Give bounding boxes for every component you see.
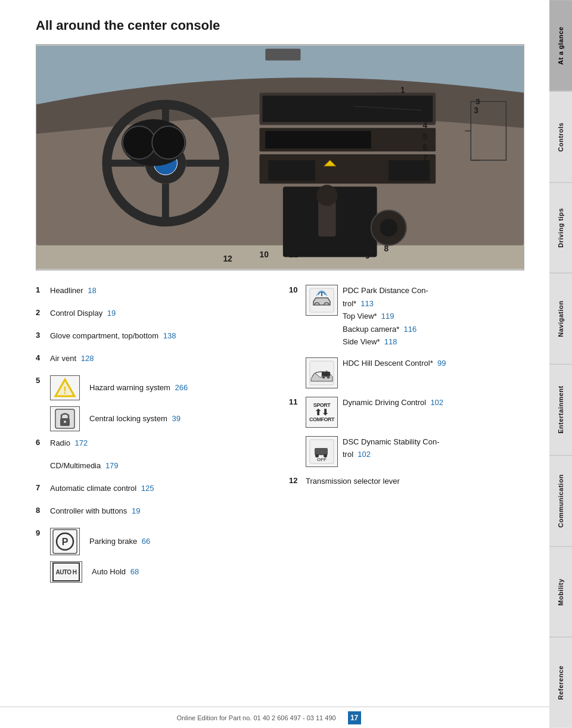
svg-text:3: 3 [474, 106, 478, 115]
right-sidebar: At a glance Controls Driving tips Naviga… [549, 0, 572, 728]
sub-text-line: DSC Dynamic Stability Con- [343, 436, 524, 448]
main-content: All around the center console [0, 0, 548, 612]
item-text-area: HDC Hill Descent Control* 99 [343, 357, 524, 371]
right-item-block: 11 SPORT ⬆⬇ COMFORT Dynamic Driving Cont… [289, 397, 524, 428]
svg-text:4: 4 [422, 121, 427, 130]
sub-text-line: Dynamic Driving Control 102 [343, 397, 443, 409]
item-number: 4 [36, 353, 50, 362]
right-item-block: 10 [289, 285, 524, 349]
list-item: 5 ! Hazard warning system 266 [36, 375, 271, 400]
svg-text:7: 7 [422, 154, 427, 163]
svg-point-58 [322, 375, 325, 378]
svg-rect-16 [265, 131, 371, 149]
svg-text:9: 9 [365, 251, 370, 260]
svg-text:!: ! [63, 385, 66, 396]
sidebar-tab-communication[interactable]: Communication [549, 455, 572, 546]
svg-point-12 [152, 126, 185, 159]
item-text: Headliner 18 [50, 285, 271, 297]
svg-text:8: 8 [384, 244, 388, 253]
hazard-warning-icon: ! [50, 375, 80, 400]
sport-label: SPORT [313, 402, 331, 408]
item-number: 9 [36, 528, 50, 537]
central-locking-icon [50, 406, 80, 431]
comfort-label: COMFORT [309, 416, 334, 422]
svg-text:P: P [62, 537, 69, 547]
item-number: 10 [289, 285, 306, 294]
sub-text-line: PDC Park Distance Con- [343, 285, 428, 297]
list-item: 7 Automatic climate control 125 [36, 483, 271, 499]
list-item: 1 Headliner 18 [36, 285, 271, 301]
sport-comfort-icon: SPORT ⬆⬇ COMFORT [306, 397, 338, 428]
svg-text:5: 5 [422, 132, 427, 141]
item-number: 7 [36, 483, 50, 492]
item-text-area: DSC Dynamic Stability Con- trol 102 [343, 436, 524, 462]
sidebar-tab-controls[interactable]: Controls [549, 91, 572, 182]
sub-text-line: Backup camera* 116 [343, 323, 428, 335]
item-text: Automatic climate control 125 [50, 483, 271, 494]
item-text: Control Display 19 [50, 307, 271, 319]
svg-point-23 [316, 185, 337, 206]
svg-point-11 [123, 126, 156, 159]
list-item: 12 Transmission selector lever [289, 475, 524, 489]
svg-point-59 [327, 375, 330, 378]
sub-text-line: trol* 113 [343, 298, 428, 310]
right-item-block: 12 Transmission selector lever [289, 475, 524, 489]
svg-text:12: 12 [223, 254, 232, 263]
sidebar-tab-navigation[interactable]: Navigation [549, 273, 572, 364]
list-item: CD/Multimedia 179 [50, 460, 271, 477]
list-item: 6 Radio 172 [36, 437, 271, 454]
parking-brake-icon: P [50, 528, 80, 555]
dsc-off-icon: OFF [306, 436, 338, 467]
item-text: Air vent 128 [50, 353, 271, 365]
sidebar-tab-reference[interactable]: Reference [549, 637, 572, 728]
sub-text-line: Side View* 118 [343, 336, 428, 348]
item-text-area: Transmission selector lever [306, 475, 524, 489]
svg-text:11: 11 [289, 250, 299, 259]
right-column: 10 [289, 285, 524, 589]
list-item: 4 Air vent 128 [36, 353, 271, 369]
item-text: Radio 172 [50, 437, 271, 449]
item-number: 5 [36, 375, 50, 385]
list-item: 8 Controller with buttons 19 [36, 505, 271, 522]
svg-rect-14 [262, 96, 433, 122]
sub-text-line: HDC Hill Descent Control* 99 [343, 357, 524, 369]
svg-text:OFF: OFF [317, 457, 327, 462]
item-text: CD/Multimedia 179 [50, 460, 271, 472]
svg-text:3: 3 [475, 97, 480, 106]
svg-text:1: 1 [400, 86, 405, 95]
list-item: 11 SPORT ⬆⬇ COMFORT Dynamic Driving Cont… [289, 397, 524, 428]
item-number: 6 [36, 437, 50, 447]
sidebar-tab-at-a-glance[interactable]: At a glance [549, 0, 572, 91]
svg-point-25 [380, 219, 398, 237]
sub-text-line: Transmission selector lever [306, 475, 524, 487]
sidebar-tab-mobility[interactable]: Mobility [549, 546, 572, 637]
list-item: AUTO H Auto Hold 68 [50, 561, 271, 583]
item-text: Parking brake 66 [89, 536, 150, 547]
sidebar-tab-driving-tips[interactable]: Driving tips [549, 182, 572, 273]
item-text-area: Dynamic Driving Control 102 [343, 397, 443, 410]
autoh-label: AUTO H [52, 562, 80, 581]
svg-rect-20 [388, 160, 430, 181]
list-item: 10 [289, 285, 524, 349]
item-number: 8 [36, 505, 50, 515]
list-item: 9 P Parking brake 66 [36, 528, 271, 555]
item-text-area: PDC Park Distance Con- trol* 113 Top Vie… [343, 285, 428, 349]
right-item-block: OFF DSC Dynamic Stability Con- trol 102 [306, 436, 524, 467]
item-number: 3 [36, 330, 50, 340]
svg-rect-19 [268, 160, 315, 181]
right-item-block: HDC Hill Descent Control* 99 [306, 357, 524, 388]
item-number: 1 [36, 285, 50, 294]
svg-text:10: 10 [260, 250, 269, 259]
sub-text-line: Top View* 119 [343, 310, 428, 322]
content-columns: 1 Headliner 18 2 Control Display 19 3 Gl… [36, 285, 524, 589]
svg-rect-45 [265, 49, 300, 61]
item-number: 2 [36, 307, 50, 317]
svg-text:2: 2 [424, 103, 428, 112]
list-item: Central locking system 39 [50, 406, 271, 431]
sub-text-line: trol 102 [343, 449, 524, 461]
item-text: Controller with buttons 19 [50, 505, 271, 517]
sidebar-tab-entertainment[interactable]: Entertainment [549, 364, 572, 455]
page-number-area: 17 [348, 711, 361, 724]
svg-text:6: 6 [422, 143, 427, 152]
item-text: Hazard warning system 266 [89, 382, 188, 394]
